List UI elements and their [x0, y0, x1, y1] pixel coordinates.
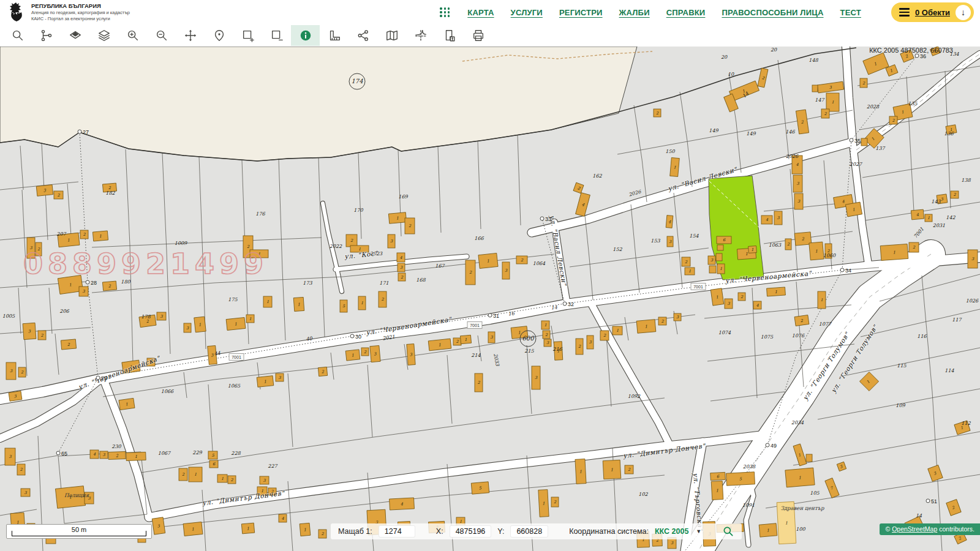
map-label: 227 — [268, 463, 277, 469]
map-label: 1009 — [175, 241, 187, 246]
survey-marker[interactable] — [350, 334, 354, 338]
roads-tool-button[interactable] — [406, 25, 435, 46]
map-label: 1 — [893, 250, 896, 255]
scale-bar-ruler — [12, 531, 146, 536]
print-tool-button[interactable] — [464, 25, 492, 46]
map-label: 1064 — [533, 261, 546, 266]
survey-marker[interactable] — [840, 268, 844, 272]
map-label: 1 — [266, 299, 269, 304]
map-label: 10 — [728, 72, 734, 77]
coat-of-arms-logo — [7, 2, 26, 23]
map-label: 147 — [815, 97, 824, 103]
nav-item-test[interactable]: ТЕСТ — [840, 8, 861, 17]
map-label: 135 — [908, 101, 918, 107]
export-page-tool-button[interactable] — [435, 25, 464, 46]
brand-text: РЕПУБЛИКА БЪЛГАРИЯ Агенция по геодезия, … — [31, 2, 130, 22]
map-label: 1076 — [792, 333, 805, 339]
info-tool-button[interactable] — [291, 25, 320, 46]
pan-tool-button[interactable] — [176, 25, 205, 46]
select-rect-minus-tool-button[interactable] — [262, 25, 291, 46]
map-label: 1 — [99, 234, 102, 239]
survey-marker[interactable] — [56, 451, 60, 455]
map-label: 166 — [474, 236, 484, 241]
x-coordinate-input[interactable]: 4875196 — [450, 525, 492, 538]
survey-marker[interactable] — [766, 443, 769, 447]
map-label: 1060 — [823, 253, 836, 258]
map-label: 1 — [518, 330, 521, 335]
brand-portal: КАИС - Портал за електронни услуги — [31, 16, 130, 22]
map-label: 1 — [815, 249, 818, 253]
survey-marker[interactable] — [563, 302, 567, 305]
survey-marker[interactable] — [540, 217, 544, 220]
map-label: 1066 — [161, 389, 174, 394]
map-label: 169 — [398, 194, 408, 200]
apps-grid-icon[interactable] — [440, 7, 450, 17]
map-label: 29 — [101, 375, 107, 381]
download-arrow-icon[interactable]: ↓ — [956, 5, 971, 20]
map-label: 137 — [875, 146, 885, 151]
objects-button[interactable]: 0 Обекти ↓ — [891, 2, 974, 22]
map-label: 1092 — [628, 394, 641, 399]
map-label: 32 — [568, 301, 574, 307]
cadastral-map[interactable]: 3223212113232232321211234322132215111113… — [0, 47, 980, 551]
select-rect-plus-tool-button[interactable] — [233, 25, 262, 46]
map-label: 149 — [709, 128, 718, 133]
map-label: 1 — [673, 165, 676, 170]
map-label: 1005 — [2, 313, 15, 319]
survey-marker[interactable] — [926, 499, 930, 503]
map-label: 14 — [551, 304, 558, 310]
attribution-prefix: © — [885, 525, 890, 533]
zoom-out-tool-button[interactable] — [147, 25, 176, 46]
map-sheets-tool-button[interactable] — [377, 25, 406, 46]
survey-marker[interactable] — [850, 138, 853, 142]
map-label: 1 — [135, 454, 137, 459]
openstreetmap-link[interactable]: OpenStreetMap — [892, 525, 937, 533]
brand-agency: Агенция по геодезия, картография и кадас… — [31, 10, 130, 16]
map-label: 214 — [471, 353, 481, 358]
coordinate-search-icon[interactable] — [722, 525, 734, 538]
survey-marker[interactable] — [96, 376, 100, 380]
location-tool-button[interactable] — [205, 25, 233, 46]
layers-tool-button[interactable] — [89, 25, 118, 46]
nav-item-uslugi[interactable]: УСЛУГИ — [511, 8, 543, 17]
scale-bar: 50 m — [6, 524, 152, 539]
y-coordinate-input[interactable]: 660828 — [510, 525, 548, 538]
nav-item-pravosposobni-litsa[interactable]: ПРАВОСПОСОБНИ ЛИЦА — [722, 8, 823, 17]
survey-marker[interactable] — [488, 313, 492, 317]
map-label: 178 — [141, 314, 151, 320]
map-label: 2027 — [850, 162, 862, 167]
nav-item-spravki[interactable]: СПРАВКИ — [666, 8, 706, 17]
map-label: 27 — [83, 129, 89, 135]
y-label: Y: — [497, 527, 504, 536]
map-label: 1 — [616, 328, 619, 333]
osm-attribution: © OpenStreetMap contributors. — [880, 523, 980, 535]
scale-input[interactable]: 1274 — [379, 525, 415, 538]
search-tool-button[interactable] — [3, 25, 32, 46]
crs-value[interactable]: ККС 2005 — [655, 527, 688, 536]
crs-dropdown-caret-icon[interactable]: ▼ — [696, 528, 701, 534]
survey-marker[interactable] — [78, 130, 81, 133]
building — [861, 138, 867, 146]
map-label: 102 — [638, 492, 648, 497]
nav-item-karta[interactable]: КАРТА — [467, 8, 494, 17]
map-label: 152 — [612, 247, 622, 252]
building — [806, 454, 812, 462]
map-label: 51 — [931, 498, 937, 504]
share-tool-button[interactable] — [349, 25, 377, 46]
route-tool-button[interactable] — [32, 25, 61, 46]
map-label: 174 — [351, 78, 363, 84]
survey-marker[interactable] — [86, 280, 89, 284]
zoom-in-tool-button[interactable] — [118, 25, 147, 46]
map-label: 112 — [961, 421, 971, 426]
layer-tool-button[interactable] — [61, 25, 89, 46]
building — [812, 85, 818, 92]
square-ruler-tool-button[interactable] — [320, 25, 349, 46]
survey-marker[interactable] — [915, 54, 919, 58]
map-label: 49 — [771, 443, 777, 449]
map-status-bar: Мащаб 1: 1274 X: 4875196 Y: 660828 Коорд… — [331, 523, 742, 539]
nav-item-registri[interactable]: РЕГИСТРИ — [559, 8, 603, 17]
map-label: Здравен център — [781, 505, 824, 511]
map-label: 20 — [771, 47, 777, 53]
map-label: 7001 — [232, 355, 241, 359]
nav-item-zhalbi[interactable]: ЖАЛБИ — [619, 8, 650, 17]
